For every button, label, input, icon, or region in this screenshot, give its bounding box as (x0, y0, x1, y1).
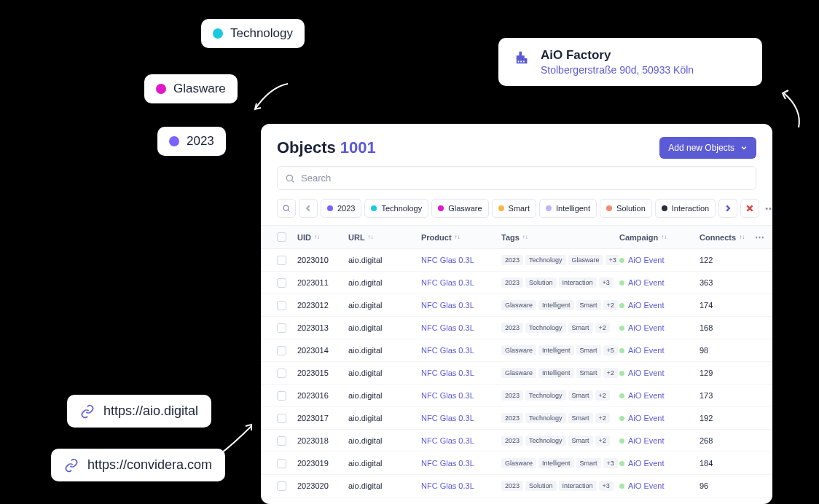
columns-menu-button[interactable]: ⋯ (751, 232, 768, 243)
mini-tag-more[interactable]: +2 (595, 323, 610, 333)
col-uid[interactable]: UID↑↓ (297, 233, 348, 242)
campaign-link[interactable]: AiO Event (628, 481, 665, 490)
dot-icon (156, 84, 166, 94)
table-row[interactable]: 2023020aio.digitalNFC Glas 0.3L2023Solut… (261, 475, 772, 497)
cell-connects: 184 (700, 459, 751, 468)
filter-next-button[interactable] (718, 199, 737, 218)
mini-tag-more[interactable]: +5 (603, 345, 618, 355)
cell-campaign[interactable]: AiO Event (619, 436, 700, 445)
col-url[interactable]: URL↑↓ (348, 233, 421, 242)
table-row[interactable]: 2023017aio.digitalNFC Glas 0.3L2023Techn… (261, 407, 772, 430)
cell-campaign[interactable]: AiO Event (619, 481, 700, 490)
table-row[interactable]: 2023018aio.digitalNFC Glas 0.3L2023Techn… (261, 430, 772, 452)
campaign-link[interactable]: AiO Event (628, 369, 665, 377)
cell-connects: 363 (700, 278, 751, 287)
filter-tag[interactable]: Glasware (431, 199, 488, 218)
filter-tag[interactable]: Intelligent (539, 199, 597, 218)
cell-product-link[interactable]: NFC Glas 0.3L (421, 481, 501, 490)
campaign-link[interactable]: AiO Event (628, 323, 665, 332)
row-checkbox[interactable] (277, 414, 286, 423)
filter-tag[interactable]: 2023 (321, 199, 361, 218)
campaign-link[interactable]: AiO Event (628, 301, 665, 310)
filter-tag[interactable]: Technology (364, 199, 428, 218)
table-row[interactable]: 2023010aio.digitalNFC Glas 0.3L2023Techn… (261, 249, 772, 272)
cell-campaign[interactable]: AiO Event (619, 323, 700, 332)
cell-product-link[interactable]: NFC Glas 0.3L (421, 278, 501, 287)
table-row[interactable]: 2023011aio.digitalNFC Glas 0.3L2023Solut… (261, 272, 772, 294)
row-checkbox[interactable] (277, 459, 286, 468)
cell-campaign[interactable]: AiO Event (619, 414, 700, 422)
select-all-checkbox[interactable] (277, 232, 286, 242)
mini-tag-more[interactable]: +3 (606, 255, 619, 265)
svg-point-1 (283, 205, 289, 210)
mini-tag-more[interactable]: +3 (599, 277, 614, 288)
cell-product-link[interactable]: NFC Glas 0.3L (421, 323, 501, 332)
campaign-link[interactable]: AiO Event (628, 256, 665, 264)
cell-product-link[interactable]: NFC Glas 0.3L (421, 414, 501, 422)
table-row[interactable]: 2023019aio.digitalNFC Glas 0.3LGlaswareI… (261, 452, 772, 475)
cell-campaign[interactable]: AiO Event (619, 301, 700, 310)
cell-connects: 173 (700, 391, 751, 400)
row-checkbox[interactable] (277, 256, 286, 265)
campaign-link[interactable]: AiO Event (628, 346, 665, 355)
cell-campaign[interactable]: AiO Event (619, 391, 700, 400)
filter-tag[interactable]: Smart (492, 199, 536, 218)
cell-product-link[interactable]: NFC Glas 0.3L (421, 301, 501, 310)
cell-campaign[interactable]: AiO Event (619, 346, 700, 355)
col-product[interactable]: Product↑↓ (421, 233, 501, 242)
table-row[interactable]: 2023015aio.digitalNFC Glas 0.3LGlaswareI… (261, 362, 772, 385)
col-campaign[interactable]: Campaign↑↓ (619, 233, 700, 242)
cell-uid: 2023012 (297, 301, 348, 310)
table-row[interactable]: 2023012aio.digitalNFC Glas 0.3LGlaswareI… (261, 294, 772, 317)
filter-prev-button[interactable] (299, 199, 318, 218)
filter-tag[interactable]: Solution (600, 199, 652, 218)
cell-product-link[interactable]: NFC Glas 0.3L (421, 391, 501, 400)
mini-tag-more[interactable]: +2 (595, 390, 610, 401)
status-dot-icon (619, 258, 624, 263)
row-checkbox[interactable] (277, 346, 286, 355)
col-tags[interactable]: Tags↑↓ (501, 233, 619, 242)
row-checkbox[interactable] (277, 391, 286, 401)
row-checkbox[interactable] (277, 301, 286, 310)
row-checkbox[interactable] (277, 369, 286, 378)
mini-tag-more[interactable]: +2 (603, 300, 618, 310)
filter-search-button[interactable] (277, 199, 296, 218)
campaign-link[interactable]: AiO Event (628, 414, 665, 422)
row-checkbox[interactable] (277, 436, 286, 446)
mini-tag-more[interactable]: +3 (599, 481, 614, 491)
row-checkbox[interactable] (277, 323, 286, 333)
mini-tag-more[interactable]: +2 (603, 368, 618, 378)
table-row[interactable]: 2023016aio.digitalNFC Glas 0.3L2023Techn… (261, 385, 772, 407)
campaign-link[interactable]: AiO Event (628, 391, 665, 400)
cell-campaign[interactable]: AiO Event (619, 459, 700, 468)
mini-tag: Technology (525, 436, 566, 446)
row-checkbox[interactable] (277, 481, 286, 491)
manage-tags-button[interactable]: ••• Manage Tags (765, 204, 772, 213)
campaign-link[interactable]: AiO Event (628, 278, 665, 287)
cell-product-link[interactable]: NFC Glas 0.3L (421, 346, 501, 355)
cell-product-link[interactable]: NFC Glas 0.3L (421, 369, 501, 377)
cell-product-link[interactable]: NFC Glas 0.3L (421, 436, 501, 445)
table-row[interactable]: 2023013aio.digitalNFC Glas 0.3L2023Techn… (261, 317, 772, 339)
search-input[interactable] (301, 173, 748, 184)
row-checkbox[interactable] (277, 278, 286, 288)
cell-product-link[interactable]: NFC Glas 0.3L (421, 459, 501, 468)
add-objects-button[interactable]: Add new Objects (659, 137, 756, 159)
chip-label: Technology (230, 26, 293, 41)
mini-tag: Solution (525, 277, 557, 288)
cell-campaign[interactable]: AiO Event (619, 278, 700, 287)
filter-clear-button[interactable] (740, 199, 759, 218)
mini-tag-more[interactable]: +3 (603, 458, 618, 468)
table-row[interactable]: 2023014aio.digitalNFC Glas 0.3LGlaswareI… (261, 339, 772, 362)
mini-tag-more[interactable]: +2 (595, 413, 610, 423)
campaign-link[interactable]: AiO Event (628, 436, 665, 445)
cell-campaign[interactable]: AiO Event (619, 256, 700, 264)
arrow-icon (777, 87, 806, 131)
mini-tag-more[interactable]: +2 (595, 436, 610, 446)
campaign-link[interactable]: AiO Event (628, 459, 665, 468)
cell-product-link[interactable]: NFC Glas 0.3L (421, 256, 501, 264)
search-field[interactable] (277, 166, 756, 190)
col-connects[interactable]: Connects↑↓ (700, 233, 751, 242)
cell-campaign[interactable]: AiO Event (619, 369, 700, 377)
filter-tag[interactable]: Interaction (655, 199, 716, 218)
